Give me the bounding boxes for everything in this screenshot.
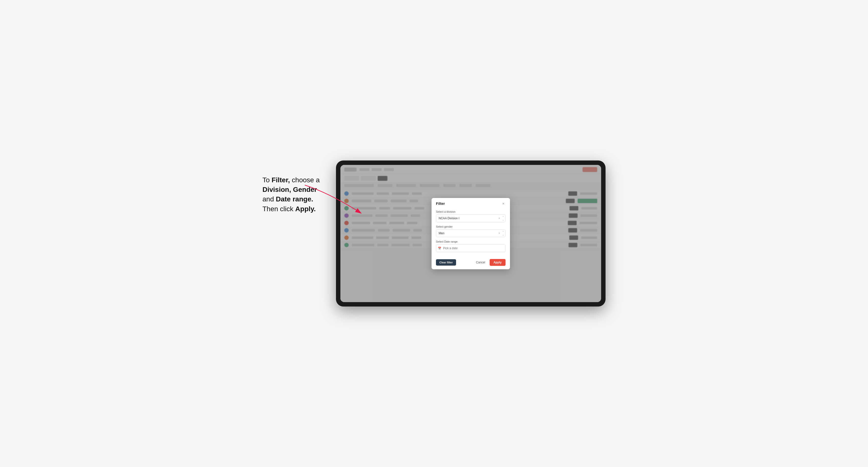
tablet-screen: Filter × Select a division NCAA Division… [340, 165, 601, 302]
gender-clear-icon[interactable]: × [498, 231, 500, 235]
date-input-wrapper: 📅 [436, 244, 505, 252]
date-form-group: Select Date range 📅 [436, 240, 505, 252]
tablet-wrapper: Filter × Select a division NCAA Division… [336, 160, 606, 307]
division-select[interactable]: NCAA Division I NCAA Division II NCAA Di… [436, 214, 505, 222]
modal-footer: Clear filter Cancel Apply [432, 259, 510, 269]
division-label: Select a division [436, 210, 505, 213]
apply-button[interactable]: Apply [490, 259, 505, 266]
instruction-text: To Filter, choose a Division, Gender and… [262, 160, 326, 214]
tablet-device: Filter × Select a division NCAA Division… [336, 160, 606, 307]
modal-header: Filter × [432, 198, 510, 208]
gender-form-group: Select gender Men Women × ⌃⌄ [436, 225, 505, 237]
modal-close-button[interactable]: × [501, 201, 505, 206]
division-select-wrapper: NCAA Division I NCAA Division II NCAA Di… [436, 214, 505, 222]
modal-overlay: Filter × Select a division NCAA Division… [340, 165, 601, 302]
clear-filter-button[interactable]: Clear filter [436, 259, 456, 266]
page-container: To Filter, choose a Division, Gender and… [262, 160, 606, 307]
filter-modal: Filter × Select a division NCAA Division… [432, 198, 510, 269]
division-clear-icon[interactable]: × [498, 217, 500, 220]
footer-right: Cancel Apply [473, 259, 505, 266]
instruction-bold2: Division, Gender [262, 186, 317, 193]
date-label: Select Date range [436, 240, 505, 243]
modal-body: Select a division NCAA Division I NCAA D… [432, 208, 510, 259]
division-form-group: Select a division NCAA Division I NCAA D… [436, 210, 505, 222]
date-input[interactable] [436, 244, 505, 252]
calendar-icon: 📅 [438, 247, 441, 250]
instruction-line1: To Filter, choose a [262, 176, 319, 184]
gender-select[interactable]: Men Women [436, 229, 505, 237]
gender-select-wrapper: Men Women × ⌃⌄ [436, 229, 505, 237]
cancel-button[interactable]: Cancel [473, 259, 488, 266]
gender-label: Select gender [436, 225, 505, 228]
instruction-line4: Then click Apply. [262, 205, 316, 213]
modal-title: Filter [436, 201, 445, 206]
instruction-line3: and Date range. [262, 195, 313, 203]
